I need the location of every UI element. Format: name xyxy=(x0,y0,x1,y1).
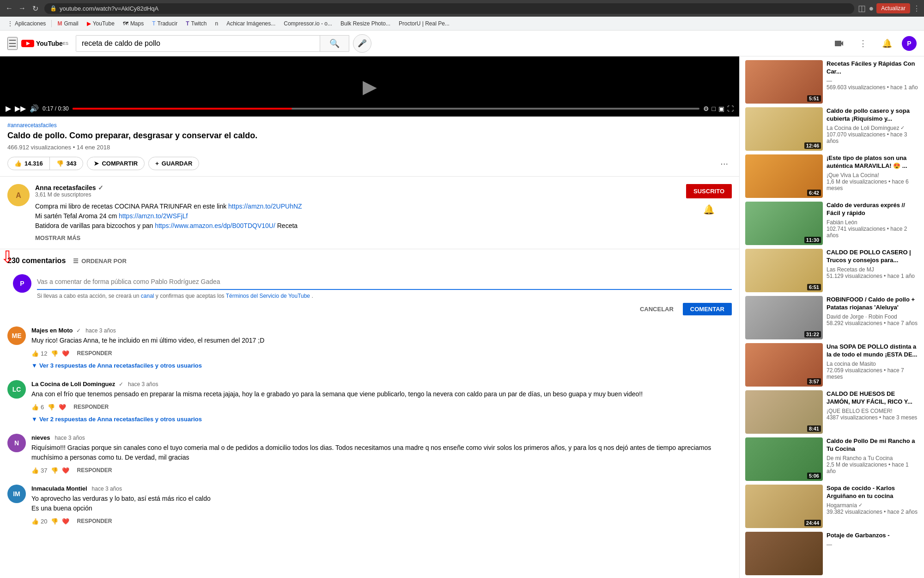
heart-icon: ❤️ xyxy=(59,404,66,411)
sidebar-channel-name: ¡Que Viva La Cocina! xyxy=(827,172,918,178)
sidebar-video-item[interactable]: 3:57 Una SOPA DE POLLO distinta a la de … xyxy=(745,343,918,387)
comment-like-button[interactable]: 👍 37 xyxy=(31,467,47,474)
profile-icon[interactable]: ● xyxy=(869,4,874,13)
desc-link-2[interactable]: https://amzn.to/2WSFjLf xyxy=(119,212,188,220)
comment-dislike-button[interactable]: 👎 xyxy=(51,467,58,474)
sidebar-video-item[interactable]: 24:44 Sopa de cocido - Karlos Arguiñano … xyxy=(745,485,918,528)
terms-link[interactable]: Términos del Servicio de YouTube xyxy=(226,293,310,299)
like-button[interactable]: 👍 14.316 xyxy=(8,157,50,170)
comment-like-button[interactable]: 👍 6 xyxy=(31,404,44,411)
bookmark-gmail[interactable]: M Gmail xyxy=(54,19,82,28)
reply-button[interactable]: RESPONDER xyxy=(73,465,116,475)
bookmark-apps[interactable]: ⋮ Aplicaciones xyxy=(4,19,49,28)
bookmark-separator xyxy=(51,20,52,27)
sidebar-video-item[interactable]: 6:42 ¡Este tipo de platos son una autént… xyxy=(745,154,918,198)
like-dislike-group: 👍 14.316 👎 343 xyxy=(7,157,83,170)
view-replies-button[interactable]: ▼ Ver 3 respuestas de Anna recetasfacile… xyxy=(31,360,202,371)
reply-button[interactable]: RESPONDER xyxy=(70,402,112,412)
sidebar-video-item[interactable]: 11:30 Caldo de verduras exprés // Fácil … xyxy=(745,202,918,245)
svg-text:A: A xyxy=(16,191,21,199)
bookmark-proctoru[interactable]: ProctorU | Real Pe... xyxy=(395,19,453,28)
search-button[interactable]: 🔍 xyxy=(320,36,349,51)
sidebar-video-item[interactable]: 31:22 ROBINFOOD / Caldo de pollo + Patat… xyxy=(745,296,918,339)
comment-heart-button[interactable]: ❤️ xyxy=(59,404,66,411)
sidebar-channel-name: La cocina de Masito xyxy=(827,361,918,367)
sidebar-video-item[interactable]: 5:06 Caldo de Pollo De mi Rancho a Tu Co… xyxy=(745,437,918,481)
sidebar-video-item[interactable]: 5:51 Recetas Fáciles y Rápidas Con Car..… xyxy=(745,60,918,104)
dislike-button[interactable]: 👎 343 xyxy=(50,157,83,170)
video-player[interactable]: ▶ ▶ ▶▶ 🔊 0:17 / 0:30 ⚙ □ ▣ ⛶ xyxy=(0,56,739,117)
comment-dislike-button[interactable]: 👎 xyxy=(51,518,58,525)
save-button[interactable]: + GUARDAR xyxy=(148,157,199,170)
comment-heart-button[interactable]: ❤️ xyxy=(62,350,69,357)
theater-icon[interactable]: ▣ xyxy=(718,105,724,112)
settings-icon[interactable]: ⚙ xyxy=(703,105,709,112)
comment-like-button[interactable]: 👍 20 xyxy=(31,518,47,525)
user-avatar[interactable]: P xyxy=(902,36,917,51)
comment-dislike-button[interactable]: 👎 xyxy=(51,350,58,357)
miniplayer-icon[interactable]: □ xyxy=(712,105,716,112)
comment-text-input[interactable] xyxy=(37,274,732,290)
sidebar-video-item[interactable]: 12:46 Caldo de pollo casero y sopa cubie… xyxy=(745,107,918,151)
apps-grid-icon: ⋮ xyxy=(7,20,13,27)
desc-link-1[interactable]: https://amzn.to/2UPUhNZ xyxy=(228,203,302,210)
bookmark-bulk[interactable]: Bulk Resize Photo... xyxy=(337,19,394,28)
menu-dots[interactable]: ⋮ xyxy=(913,4,920,13)
canal-link[interactable]: canal xyxy=(141,293,154,299)
view-count: 466.912 visualizaciones xyxy=(7,144,71,151)
sidebar-video-stats: 569.603 visualizaciones • hace 1 año xyxy=(827,84,918,91)
hamburger-menu-button[interactable]: ☰ xyxy=(7,37,18,50)
comment-like-button[interactable]: 👍 12 xyxy=(31,350,47,357)
fullscreen-icon[interactable]: ⛶ xyxy=(727,105,734,112)
apps-button[interactable]: ⋮ xyxy=(854,34,872,53)
youtube-logo[interactable]: YouTube ES xyxy=(21,39,68,48)
submit-comment-button[interactable]: COMENTAR xyxy=(683,303,732,315)
logo-area: ☰ YouTube ES xyxy=(7,37,68,50)
comment-dislike-button[interactable]: 👎 xyxy=(48,404,55,411)
refresh-button[interactable]: ↻ xyxy=(30,3,41,14)
progress-bar[interactable] xyxy=(73,108,699,110)
notifications-button[interactable]: 🔔 xyxy=(878,34,896,53)
comment-heart-button[interactable]: ❤️ xyxy=(62,467,69,474)
forward-button[interactable]: → xyxy=(17,3,28,14)
volume-button[interactable]: 🔊 xyxy=(30,104,39,113)
bookmark-youtube[interactable]: ▶ YouTube xyxy=(83,19,118,28)
upload-button[interactable] xyxy=(830,34,848,53)
sidebar-video-item[interactable]: 6:51 CALDO DE POLLO CASERO | Trucos y co… xyxy=(745,249,918,292)
sort-button[interactable]: ☰ ORDENAR POR xyxy=(73,258,127,264)
sidebar-video-item[interactable]: Potaje de Garbanzos - — xyxy=(745,532,918,575)
channel-name[interactable]: Anna recetasfaciles ✓ xyxy=(35,184,681,191)
search-input[interactable] xyxy=(76,36,320,51)
channel-tag[interactable]: #annarecetasfaciles xyxy=(7,122,732,129)
back-button[interactable]: ← xyxy=(4,3,15,14)
notification-bell-icon[interactable]: 🔔 xyxy=(703,204,715,215)
bookmark-maps[interactable]: 🗺 Maps xyxy=(119,19,147,28)
bookmark-compressor[interactable]: Compressor.io - o... xyxy=(280,19,336,28)
comment-body: La Cocina de Loli Dominguez ✓ hace 3 año… xyxy=(31,380,732,424)
reply-button[interactable]: RESPONDER xyxy=(73,516,116,526)
show-more-button[interactable]: MOSTRAR MÁS xyxy=(35,234,681,241)
video-right-controls: ⚙ □ ▣ ⛶ xyxy=(703,105,734,112)
more-options-button[interactable]: ··· xyxy=(717,156,732,171)
view-replies-button[interactable]: ▼ Ver 2 respuestas de Anna recetasfacile… xyxy=(31,414,202,424)
next-button[interactable]: ▶▶ xyxy=(15,104,26,113)
voice-search-button[interactable]: 🎤 xyxy=(353,34,371,53)
video-thumbnail: 6:42 xyxy=(745,154,823,198)
subscribe-button[interactable]: SUSCRITO xyxy=(686,184,732,198)
sidebar-video-item[interactable]: 8:41 CALDO DE HUESOS DE JAMÓN, MUY FÁCIL… xyxy=(745,390,918,434)
comment-heart-button[interactable]: ❤️ xyxy=(62,518,69,525)
update-button[interactable]: Actualizar xyxy=(876,3,910,13)
channel-avatar[interactable]: A xyxy=(7,184,30,206)
play-button[interactable]: ▶ xyxy=(6,104,11,113)
bookmark-traducir[interactable]: T Traducir xyxy=(148,19,181,28)
bookmark-achicar[interactable]: Achicar Imágenes... xyxy=(223,19,279,28)
video-placeholder: ▶ xyxy=(363,76,377,97)
reply-button[interactable]: RESPONDER xyxy=(73,348,116,358)
extensions-icon[interactable]: ◫ xyxy=(858,3,866,13)
desc-link-3[interactable]: https://www.amazon.es/dp/B00TDQV10U/ xyxy=(155,222,275,229)
address-bar[interactable]: 🔒 youtube.com/watch?v=AklCy82dHqA xyxy=(44,3,854,14)
bookmark-twitch[interactable]: T Twitch xyxy=(182,19,210,28)
bookmark-n[interactable]: n xyxy=(212,19,222,28)
share-button[interactable]: ➤ COMPARTIR xyxy=(87,157,145,170)
cancel-comment-button[interactable]: CANCELAR xyxy=(634,303,679,315)
